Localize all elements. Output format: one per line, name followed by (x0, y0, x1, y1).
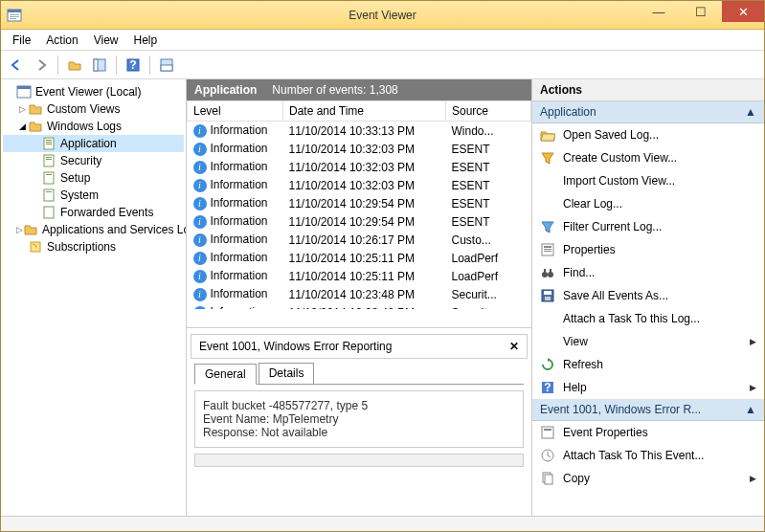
action-create-custom-view[interactable]: Create Custom View... (532, 146, 764, 169)
actions-section-application[interactable]: Application▲ (532, 101, 764, 123)
tree-security[interactable]: Security (3, 152, 184, 169)
save-icon (540, 288, 555, 303)
action-event-properties[interactable]: Event Properties (532, 421, 764, 444)
open-folder-button[interactable] (63, 54, 86, 77)
action-save-all[interactable]: Save All Events As... (532, 284, 764, 307)
binoculars-icon (540, 265, 555, 280)
detail-title: Event 1001, Windows Error Reporting (199, 340, 392, 353)
col-source[interactable]: Source (446, 101, 531, 122)
col-level[interactable]: Level (188, 101, 283, 122)
svg-rect-2 (10, 14, 19, 15)
menu-action[interactable]: Action (38, 32, 85, 49)
refresh-icon (540, 357, 555, 372)
task-icon (540, 448, 555, 463)
tree-pane[interactable]: Event Viewer (Local) ▷Custom Views ◢Wind… (1, 79, 187, 516)
status-bar (1, 516, 764, 531)
tree-root[interactable]: Event Viewer (Local) (3, 83, 184, 100)
event-row[interactable]: iInformation11/10/2014 10:32:03 PMESENT (188, 140, 531, 158)
action-find[interactable]: Find... (532, 261, 764, 284)
help-icon: ? (540, 380, 555, 395)
menu-file[interactable]: File (5, 32, 38, 49)
back-button[interactable] (5, 54, 28, 77)
action-import-custom-view[interactable]: Import Custom View... (532, 169, 764, 192)
help-button[interactable]: ? (122, 54, 145, 77)
detail-body[interactable]: Fault bucket -485577277, type 5 Event Na… (194, 390, 524, 448)
minimize-button[interactable]: — (638, 1, 680, 22)
event-row[interactable]: iInformation11/10/2014 10:25:11 PMLoadPe… (188, 267, 531, 285)
event-row[interactable]: iInformation11/10/2014 10:29:54 PMESENT (188, 194, 531, 212)
action-refresh[interactable]: Refresh (532, 353, 764, 376)
info-icon: i (193, 252, 207, 265)
event-grid[interactable]: Level Date and Time Source iInformation1… (187, 100, 531, 328)
close-button[interactable]: ✕ (722, 1, 764, 22)
toolbar: ? (1, 51, 764, 79)
event-row[interactable]: iInformation11/10/2014 10:23:48 PMSecuri… (188, 285, 531, 303)
tree-windows-logs[interactable]: ◢Windows Logs (3, 118, 184, 135)
maximize-button[interactable]: ☐ (680, 1, 722, 22)
tree-forwarded[interactable]: Forwarded Events (3, 204, 184, 221)
tree-app-services[interactable]: ▷Applications and Services Lo (3, 221, 184, 238)
svg-rect-14 (46, 140, 52, 141)
menu-help[interactable]: Help (126, 32, 166, 49)
svg-rect-3 (10, 16, 19, 17)
action-help[interactable]: ?Help▶ (532, 376, 764, 399)
tree-system[interactable]: System (3, 187, 184, 204)
menu-view[interactable]: View (86, 32, 126, 49)
tree-setup[interactable]: Setup (3, 169, 184, 187)
forward-button[interactable] (30, 54, 53, 77)
svg-rect-10 (161, 65, 172, 71)
event-count: Number of events: 1,308 (272, 83, 397, 97)
event-row[interactable]: iInformation11/10/2014 10:32:03 PMESENT (188, 158, 531, 176)
svg-rect-29 (544, 251, 551, 252)
main-area: Event Viewer (Local) ▷Custom Views ◢Wind… (1, 79, 764, 516)
info-icon: i (193, 306, 207, 309)
action-attach-task-event[interactable]: Attach Task To This Event... (532, 444, 764, 467)
submenu-arrow-icon: ▶ (750, 474, 756, 483)
event-row[interactable]: iInformation11/10/2014 10:23:48 PMSecuri… (188, 303, 531, 309)
tree-subscriptions[interactable]: Subscriptions (3, 238, 184, 255)
action-attach-task[interactable]: Attach a Task To this Log... (532, 307, 764, 330)
actions-section-event[interactable]: Event 1001, Windows Error R...▲ (532, 399, 764, 421)
detail-close-icon[interactable]: ✕ (509, 340, 519, 353)
event-row[interactable]: iInformation11/10/2014 10:32:03 PMESENT (188, 176, 531, 194)
tab-details[interactable]: Details (259, 363, 315, 384)
action-clear-log[interactable]: Clear Log... (532, 192, 764, 215)
event-row[interactable]: iInformation11/10/2014 10:25:11 PMLoadPe… (188, 249, 531, 267)
event-row[interactable]: iInformation11/10/2014 10:26:17 PMCusto.… (188, 231, 531, 249)
action-view[interactable]: View▶ (532, 330, 764, 353)
submenu-arrow-icon: ▶ (750, 383, 756, 392)
blank-icon (540, 196, 555, 211)
detail-line: Event Name: MpTelemetry (203, 412, 515, 426)
info-icon: i (193, 197, 207, 211)
svg-rect-20 (44, 172, 54, 184)
info-icon: i (193, 143, 207, 156)
event-row[interactable]: iInformation11/10/2014 10:29:54 PMESENT (188, 212, 531, 231)
svg-rect-18 (46, 157, 52, 158)
tree-label: Setup (60, 171, 90, 185)
app-icon (7, 8, 22, 23)
action-copy[interactable]: Copy▶ (532, 467, 764, 490)
col-date[interactable]: Date and Time (283, 101, 446, 122)
tree-custom-views[interactable]: ▷Custom Views (3, 100, 184, 118)
svg-text:?: ? (544, 381, 551, 394)
copy-icon (540, 471, 555, 486)
properties-icon (540, 425, 555, 440)
tree-application[interactable]: Application (3, 135, 184, 152)
preview-pane-button[interactable] (155, 54, 178, 77)
detail-line: Fault bucket -485577277, type 5 (203, 399, 515, 412)
detail-pane: Event 1001, Windows Error Reporting ✕ Ge… (187, 328, 531, 516)
window-title: Event Viewer (349, 9, 416, 22)
tab-general[interactable]: General (194, 364, 257, 385)
blank-icon (540, 334, 555, 349)
tree-root-label: Event Viewer (Local) (35, 85, 142, 99)
action-properties[interactable]: Properties (532, 238, 764, 261)
tree-label: Forwarded Events (60, 206, 153, 219)
actions-pane: Actions Application▲ Open Saved Log... C… (532, 79, 764, 516)
action-filter-log[interactable]: Filter Current Log... (532, 215, 764, 238)
detail-scrollbar[interactable] (194, 454, 524, 467)
action-open-saved-log[interactable]: Open Saved Log... (532, 123, 764, 146)
event-row[interactable]: iInformation11/10/2014 10:33:13 PMWindo.… (188, 122, 531, 141)
show-tree-button[interactable] (88, 54, 111, 77)
svg-rect-17 (44, 155, 54, 166)
svg-rect-19 (46, 159, 52, 160)
